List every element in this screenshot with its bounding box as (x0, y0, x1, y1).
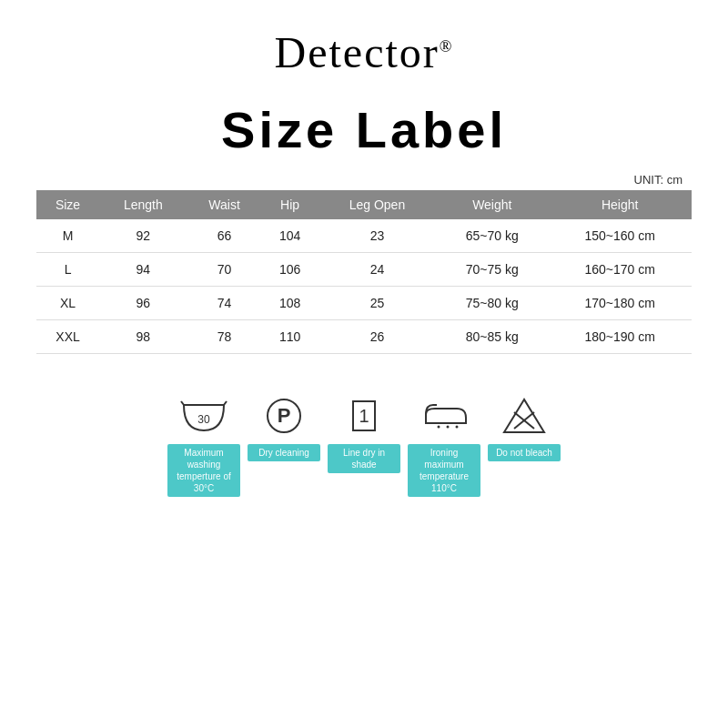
cell-2-6: 170~180 cm (548, 287, 692, 320)
care-item-ironing: Ironing maximum temperature 110°C (408, 390, 480, 497)
line-dry-label: Line dry in shade (328, 444, 400, 473)
dry-cleaning-icon-box: P (257, 390, 311, 440)
col-height: Height (548, 190, 692, 219)
table-row: XXL98781102680~85 kg180~190 cm (36, 320, 692, 354)
care-item-dry-cleaning: P Dry cleaning (248, 390, 320, 461)
ironing-icon (420, 396, 468, 436)
no-bleach-label: Do not bleach (488, 444, 561, 461)
size-table: Size Length Waist Hip Leg Open Weight He… (36, 190, 692, 354)
cell-0-6: 150~160 cm (548, 219, 692, 253)
table-row: M92661042365~70 kg150~160 cm (36, 219, 692, 253)
col-weight: Weight (436, 190, 548, 219)
table-row: XL96741082575~80 kg170~180 cm (36, 287, 692, 320)
washing-label: Maximum washing temperture of 30°C (167, 444, 240, 497)
cell-3-3: 110 (261, 320, 318, 354)
no-bleach-icon-box (497, 390, 551, 440)
brand-title: Detector® (275, 27, 454, 77)
page-title: Size Label (221, 100, 507, 159)
cell-1-1: 94 (99, 253, 187, 287)
cell-0-0: M (36, 219, 99, 253)
ironing-icon-box (417, 390, 471, 440)
col-hip: Hip (261, 190, 318, 219)
dry-cleaning-icon: P (260, 396, 308, 436)
cell-1-2: 70 (187, 253, 262, 287)
cell-1-4: 24 (318, 253, 436, 287)
washing-icon-box: 30 (177, 390, 231, 440)
cell-2-2: 74 (187, 287, 262, 320)
ironing-label: Ironing maximum temperature 110°C (408, 444, 480, 497)
cell-3-4: 26 (318, 320, 436, 354)
care-item-washing: 30 Maximum washing temperture of 30°C (167, 390, 240, 497)
svg-point-9 (438, 425, 440, 428)
no-bleach-icon (500, 396, 548, 436)
col-waist: Waist (187, 190, 262, 219)
page: Detector® Size Label UNIT: cm Size Lengt… (0, 0, 728, 728)
brand-name: Detector (275, 28, 440, 76)
table-header-row: Size Length Waist Hip Leg Open Weight He… (36, 190, 692, 219)
svg-marker-12 (504, 399, 544, 432)
cell-0-5: 65~70 kg (436, 219, 548, 253)
col-size: Size (36, 190, 99, 219)
line-dry-icon: 1 (340, 396, 388, 436)
cell-2-1: 96 (99, 287, 187, 320)
svg-line-2 (224, 401, 227, 405)
care-section: 30 Maximum washing temperture of 30°C P … (36, 390, 692, 497)
svg-line-1 (181, 401, 184, 405)
svg-point-10 (447, 425, 450, 428)
care-item-line-dry: 1 Line dry in shade (328, 390, 400, 473)
cell-1-5: 70~75 kg (436, 253, 548, 287)
col-leg-open: Leg Open (318, 190, 436, 219)
brand-registered: ® (440, 37, 454, 56)
washing-icon: 30 (180, 396, 228, 436)
svg-text:1: 1 (359, 406, 369, 426)
svg-point-11 (456, 425, 459, 428)
line-dry-icon-box: 1 (337, 390, 391, 440)
svg-text:30: 30 (197, 413, 210, 426)
cell-1-0: L (36, 253, 99, 287)
cell-2-3: 108 (261, 287, 318, 320)
cell-0-4: 23 (318, 219, 436, 253)
cell-3-2: 78 (187, 320, 262, 354)
svg-text:P: P (278, 404, 291, 427)
cell-2-5: 75~80 kg (436, 287, 548, 320)
cell-3-5: 80~85 kg (436, 320, 548, 354)
cell-3-0: XXL (36, 320, 99, 354)
cell-0-1: 92 (99, 219, 187, 253)
cell-0-3: 104 (261, 219, 318, 253)
table-row: L94701062470~75 kg160~170 cm (36, 253, 692, 287)
cell-3-6: 180~190 cm (548, 320, 692, 354)
cell-2-0: XL (36, 287, 99, 320)
cell-1-6: 160~170 cm (548, 253, 692, 287)
dry-cleaning-label: Dry cleaning (248, 444, 320, 461)
cell-1-3: 106 (261, 253, 318, 287)
cell-2-4: 25 (318, 287, 436, 320)
unit-label: UNIT: cm (36, 173, 692, 187)
col-length: Length (99, 190, 187, 219)
cell-3-1: 98 (99, 320, 187, 354)
care-item-no-bleach: Do not bleach (488, 390, 561, 461)
cell-0-2: 66 (187, 219, 262, 253)
